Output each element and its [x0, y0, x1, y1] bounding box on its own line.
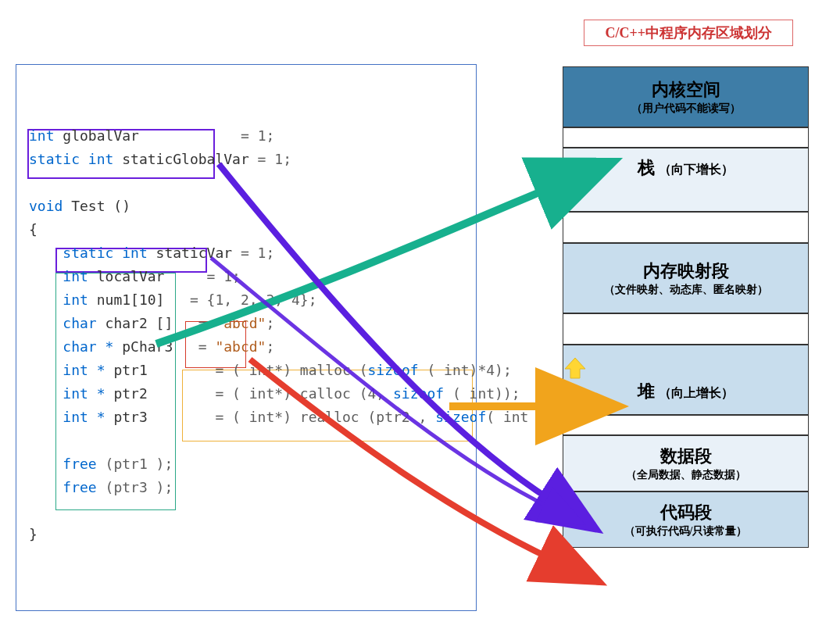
code-panel: int globalVar = 1; static int staticGlob… [16, 64, 477, 611]
diagram-title: C/C++中程序内存区域划分 [584, 20, 793, 46]
code-line-9: char char2 [] = "abcd"; [29, 312, 463, 335]
mem-kernel-title: 内核空间 [563, 78, 808, 102]
code-line-16: free (ptr3 ); [29, 476, 463, 499]
code-line-13: int * ptr3 = ( int*) realloc (ptr2 , siz… [29, 406, 463, 429]
code-line-12: int * ptr2 = ( int*) calloc (4, sizeof (… [29, 382, 463, 406]
code-line-11: int * ptr1 = ( int*) malloc (sizeof ( in… [29, 359, 463, 382]
mem-text: 代码段 （可执行代码/只读常量） [563, 492, 809, 548]
mem-heap: 堆 （向上增长） [563, 345, 809, 415]
arrow-up-icon [563, 356, 587, 380]
code-line-1: int globalVar = 1; [29, 124, 463, 148]
mem-kernel-sub: （用户代码不能读写） [563, 102, 808, 116]
code-line-15: free (ptr1 ); [29, 452, 463, 476]
code-line-7: int localVar = 1; [29, 265, 463, 288]
code-line-18: } [29, 523, 463, 546]
memory-layout-column: 内核空间 （用户代码不能读写） 栈 （向下增长） 内存映射段 （文件映射、动态库… [563, 66, 809, 548]
mem-gap [563, 212, 809, 243]
mem-kernel: 内核空间 （用户代码不能读写） [563, 66, 809, 127]
mem-stack: 栈 （向下增长） [563, 148, 809, 212]
code-line-5: { [29, 218, 463, 241]
svg-marker-0 [565, 181, 585, 202]
mem-data-title: 数据段 [563, 445, 808, 469]
code-line-2: static int staticGlobalVar = 1; [29, 148, 463, 171]
code-body: int globalVar = 1; static int staticGlob… [29, 77, 463, 546]
mem-mmap: 内存映射段 （文件映射、动态库、匿名映射） [563, 243, 809, 313]
mem-mmap-sub: （文件映射、动态库、匿名映射） [563, 283, 808, 297]
mem-gap [563, 127, 809, 148]
code-line-4: void Test () [29, 195, 463, 218]
mem-mmap-title: 内存映射段 [563, 259, 808, 284]
mem-text-title: 代码段 [563, 501, 808, 525]
code-line-8: int num1[10] = {1, 2, 3, 4}; [29, 288, 463, 312]
mem-data: 数据段 （全局数据、静态数据） [563, 435, 809, 492]
mem-text-sub: （可执行代码/只读常量） [563, 524, 808, 538]
mem-data-sub: （全局数据、静态数据） [563, 468, 808, 482]
code-line-6: static int staticVar = 1; [29, 241, 463, 265]
code-line-10: char * pChar3 = "abcd"; [29, 335, 463, 359]
mem-gap [563, 415, 809, 435]
mem-gap [563, 313, 809, 345]
arrow-down-icon [563, 180, 587, 203]
svg-marker-1 [565, 358, 585, 378]
